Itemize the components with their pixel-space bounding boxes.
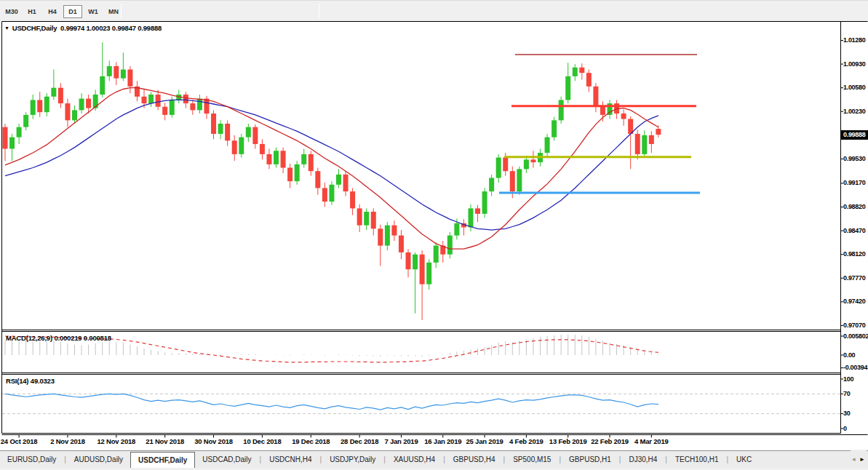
candle-body <box>65 103 70 120</box>
price-axis-label: 1.00930 <box>843 60 865 68</box>
candle-body <box>100 76 105 95</box>
tab-gbpusd-h1[interactable]: GBPUSD,H1 <box>562 451 618 468</box>
candle-body <box>107 66 112 76</box>
tab-gbpusd-h4[interactable]: GBPUSD,H4 <box>446 451 503 468</box>
price-axis-label: 0.97420 <box>843 298 865 305</box>
timeframe-button-d1[interactable]: D1 <box>63 5 82 18</box>
chart-window[interactable]: ▼USDCHF,Daily 0.99974 1.00023 0.99847 0.… <box>0 21 868 450</box>
candle-body <box>565 76 570 100</box>
tab-dj30-h4[interactable]: DJ30,H4 <box>621 451 664 468</box>
date-axis-label: 24 Oct 2018 <box>1 437 38 445</box>
tab-ukc[interactable]: UKC <box>729 451 759 468</box>
price-axis-label: 0.98820 <box>843 203 865 210</box>
macd-indicator-label: MACD(12,26,9) 0.000219 0.000818 <box>6 334 111 342</box>
candle-body <box>454 223 459 236</box>
candle-body <box>517 169 522 191</box>
price-axis-label: 0.99170 <box>843 179 865 186</box>
candle-body <box>426 263 431 284</box>
candle-body <box>420 255 425 284</box>
tab-xauusd-h4[interactable]: XAUUSD,H4 <box>386 451 442 468</box>
candle-body <box>266 154 271 164</box>
tab-usdjpy-daily[interactable]: USDJPY,Daily <box>322 451 383 468</box>
date-axis-label: 10 Dec 2018 <box>243 437 281 445</box>
tab-usdcad-daily[interactable]: USDCAD,Daily <box>195 451 258 468</box>
candle-body <box>385 226 390 246</box>
candle-body <box>391 226 397 236</box>
candle-body <box>621 113 626 119</box>
candle-body <box>545 138 550 153</box>
rsi-axis-label: 0 <box>843 425 847 432</box>
price-axis-label: 0.98120 <box>843 250 865 258</box>
candle-body <box>183 95 188 103</box>
toolbar-separator <box>121 4 122 18</box>
candle-body <box>378 228 383 245</box>
chart-title-ohlc: 0.99974 1.00023 0.99847 0.99888 <box>60 24 162 32</box>
price-axis-label: 1.00580 <box>843 84 865 91</box>
candle-body <box>434 246 439 263</box>
candle-body <box>649 135 654 144</box>
tab-audusd-daily[interactable]: AUDUSD,Daily <box>67 451 130 468</box>
macd-axis-label: -0.00394 <box>843 364 867 371</box>
timeframe-button-h1[interactable]: H1 <box>23 5 41 18</box>
candle-body <box>503 158 508 172</box>
candle-body <box>579 68 584 73</box>
candle-body <box>93 95 98 108</box>
candle-body <box>552 120 557 137</box>
candle-body <box>635 134 640 154</box>
date-axis-label: 22 Feb 2019 <box>591 437 629 445</box>
macd-values: 0.000219 0.000818 <box>54 334 111 342</box>
tab-scroll-arrows: ◄ ► <box>851 450 867 468</box>
candle-body <box>350 191 355 208</box>
tab-usdchf-daily[interactable]: USDCHF,Daily <box>130 452 195 468</box>
chart-title[interactable]: ▼USDCHF,Daily 0.99974 1.00023 0.99847 0.… <box>4 24 162 32</box>
chart-canvas[interactable] <box>0 21 868 450</box>
date-axis-label: 21 Nov 2018 <box>146 437 184 445</box>
candle-body <box>447 236 453 255</box>
candle-body <box>593 87 598 107</box>
candle-body <box>530 159 535 162</box>
tab-eurusd-daily[interactable]: EURUSD,Daily <box>0 451 63 468</box>
chart-title-symbol: USDCHF,Daily <box>12 24 57 32</box>
price-axis-label: 1.01280 <box>843 36 865 44</box>
candle-body <box>406 252 411 269</box>
current-price-badge: 0.99888 <box>841 130 868 140</box>
timeframe-button-h4[interactable]: H4 <box>43 5 62 18</box>
candle-body <box>496 158 501 178</box>
rsi-axis-label: 70 <box>843 390 850 397</box>
candle-body <box>413 255 418 269</box>
tab-tech100-h1[interactable]: TECH100,H1 <box>668 451 725 468</box>
timeframe-button-m30[interactable]: M30 <box>2 5 21 18</box>
candle-body <box>142 97 147 103</box>
candle-body <box>586 73 592 87</box>
candle-body <box>343 175 349 191</box>
price-axis-label: 0.97770 <box>843 274 865 282</box>
candle-body <box>9 138 15 149</box>
tab-scroll-right-icon[interactable]: ► <box>859 456 865 463</box>
timeframe-button-w1[interactable]: W1 <box>84 5 103 18</box>
candle-body <box>190 103 195 110</box>
tab-scroll-left-icon[interactable]: ◄ <box>851 456 856 463</box>
date-axis-label: 13 Feb 2019 <box>549 437 587 445</box>
candle-body <box>218 124 223 134</box>
tab-sp500-m15[interactable]: SP500,M15 <box>506 451 558 468</box>
macd-name: MACD(12,26,9) <box>6 334 52 342</box>
candle-body <box>301 154 306 164</box>
date-axis-label: 16 Jan 2019 <box>424 437 461 445</box>
candle-body <box>3 127 8 149</box>
chevron-down-icon[interactable]: ▼ <box>4 25 9 31</box>
price-axis-label: 1.00230 <box>843 108 865 115</box>
candle-body <box>204 99 210 113</box>
candle-body <box>23 115 28 127</box>
candle-body <box>287 168 292 182</box>
candle-body <box>170 100 175 114</box>
candle-body <box>31 100 36 114</box>
tab-usdcnh-h4[interactable]: USDCNH,H4 <box>262 451 319 468</box>
candle-body <box>162 107 167 115</box>
rsi-value: 49.0323 <box>31 377 55 385</box>
macd-axis-label: 0.005802 <box>843 332 868 340</box>
candle-body <box>329 185 334 202</box>
candle-body <box>308 154 314 171</box>
candle-body <box>371 212 376 228</box>
candle-body <box>72 110 77 120</box>
date-axis-label: 7 Jan 2019 <box>384 437 418 445</box>
